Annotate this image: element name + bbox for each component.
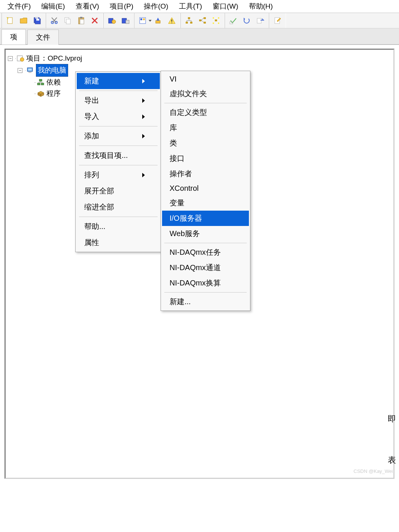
svg-line-36 [201, 18, 204, 20]
panel-config-icon[interactable] [137, 15, 148, 26]
cut-icon[interactable] [49, 15, 60, 26]
menu-window[interactable]: 窗口(W) [207, 0, 244, 13]
submenu-item[interactable]: 类 [162, 135, 249, 151]
menu-separator [79, 146, 158, 146]
hierarchy-1-icon[interactable] [183, 15, 195, 26]
menu-operate[interactable]: 操作(O) [138, 0, 173, 13]
run-config-icon[interactable] [106, 15, 118, 26]
project-tree-panel: − · 项目：OPC.lvproj − · 我的电脑 ·· 依赖 ·· 程序 新… [4, 49, 395, 479]
menu-separator [164, 292, 247, 293]
edit-file-icon[interactable] [272, 15, 283, 26]
context-menu-item[interactable]: 导出 [77, 92, 160, 108]
menu-help[interactable]: 帮助(H) [244, 0, 278, 13]
tree-dependency-label: 依赖 [46, 77, 61, 88]
collapse-icon[interactable]: − [8, 56, 13, 61]
submenu-arrow-icon [142, 173, 145, 177]
menu-project[interactable]: 项目(P) [104, 0, 138, 13]
svg-rect-49 [28, 68, 32, 71]
context-menu-item[interactable]: 导入 [77, 108, 160, 125]
submenu-item-label: VI [170, 75, 177, 83]
svg-point-42 [218, 22, 219, 24]
svg-rect-51 [39, 79, 42, 81]
context-menu-item[interactable]: 排列 [77, 167, 160, 183]
submenu-item[interactable]: XControl [162, 181, 249, 195]
tab-project[interactable]: 项 [1, 29, 26, 45]
submenu-item-label: NI-DAQmx通道 [170, 263, 221, 273]
svg-rect-53 [41, 83, 44, 85]
context-menu-item[interactable]: 缩进全部 [77, 199, 160, 215]
context-menu-item[interactable]: 属性 [77, 235, 160, 251]
svg-point-41 [213, 22, 214, 24]
undo-icon[interactable] [241, 15, 252, 26]
svg-rect-26 [188, 17, 190, 19]
submenu-item[interactable]: I/O服务器 [162, 211, 249, 226]
paste-icon[interactable] [76, 15, 87, 26]
redo-icon[interactable] [255, 15, 266, 26]
svg-rect-12 [80, 17, 82, 18]
context-menu-item-label: 属性 [84, 238, 99, 248]
submenu-arrow-icon [142, 79, 145, 83]
warning-icon[interactable] [166, 15, 177, 26]
svg-point-40 [218, 17, 219, 19]
submenu-item-label: 操作者 [170, 169, 192, 179]
tab-files[interactable]: 文件 [27, 30, 59, 45]
submenu-item[interactable]: 操作者 [162, 166, 249, 181]
delete-icon[interactable] [89, 15, 100, 26]
submenu-item[interactable]: 变量 [162, 195, 249, 211]
submenu-item-label: 类 [170, 138, 177, 148]
context-menu-item[interactable]: 展开全部 [77, 183, 160, 199]
svg-rect-19 [126, 20, 129, 24]
svg-rect-38 [215, 19, 217, 21]
submenu-item[interactable]: 接口 [162, 151, 249, 166]
context-menu-item-label: 展开全部 [84, 186, 114, 196]
submenu-item-label: I/O服务器 [170, 213, 202, 223]
svg-line-7 [52, 18, 57, 22]
context-menu-item-label: 查找项目项... [84, 150, 128, 160]
corner-text-2: 表 [388, 455, 396, 466]
svg-rect-44 [257, 18, 261, 23]
submenu-item[interactable]: 库 [162, 120, 249, 135]
highlight-icon[interactable] [153, 15, 164, 26]
menu-view[interactable]: 查看(V) [70, 0, 104, 13]
panel-dropdown-icon[interactable] [149, 20, 152, 22]
context-menu-item[interactable]: 新建 [77, 73, 160, 89]
menu-edit[interactable]: 编辑(E) [36, 0, 70, 13]
svg-rect-28 [190, 22, 192, 24]
hierarchy-2-icon[interactable] [197, 15, 208, 26]
submenu-item[interactable]: 新建... [162, 294, 249, 309]
svg-rect-52 [37, 83, 40, 85]
svg-rect-22 [143, 18, 145, 20]
save-all-icon[interactable] [31, 15, 43, 26]
submenu-item[interactable]: NI-DAQmx通道 [162, 260, 249, 275]
svg-rect-34 [204, 17, 206, 19]
tree-root[interactable]: − · 项目：OPC.lvproj [8, 53, 391, 64]
context-menu-item[interactable]: 查找项目项... [77, 147, 160, 163]
menu-separator [79, 165, 158, 165]
build-spec-icon [37, 90, 45, 97]
submenu-item[interactable]: VI [162, 72, 249, 86]
collapse-icon[interactable]: − [18, 68, 22, 73]
context-menu-item[interactable]: 添加 [77, 128, 160, 144]
submenu-item-label: 接口 [170, 153, 185, 163]
context-menu-item-label: 新建 [84, 76, 99, 86]
accept-icon[interactable] [228, 15, 239, 26]
svg-rect-23 [156, 21, 160, 23]
computer-icon [26, 67, 34, 74]
submenu-item[interactable]: 虚拟文件夹 [162, 86, 249, 101]
submenu-item[interactable]: Web服务 [162, 226, 249, 241]
context-menu-item-label: 添加 [84, 131, 99, 141]
distributed-icon[interactable] [120, 15, 131, 26]
corner-text-1: 即 [388, 413, 396, 425]
open-folder-icon[interactable] [18, 15, 29, 26]
menu-separator [79, 126, 158, 126]
submenu-item[interactable]: 自定义类型 [162, 105, 249, 120]
copy-icon[interactable] [62, 15, 73, 26]
submenu-item[interactable]: NI-DAQmx换算 [162, 275, 249, 291]
menu-file[interactable]: 文件(F) [2, 0, 36, 13]
menu-tools[interactable]: 工具(T) [174, 0, 207, 13]
hierarchy-3-icon[interactable] [210, 15, 222, 26]
svg-point-47 [20, 58, 24, 61]
submenu-item[interactable]: NI-DAQmx任务 [162, 245, 249, 260]
context-menu-item[interactable]: 帮助... [77, 218, 160, 235]
new-file-icon[interactable] [4, 15, 16, 26]
